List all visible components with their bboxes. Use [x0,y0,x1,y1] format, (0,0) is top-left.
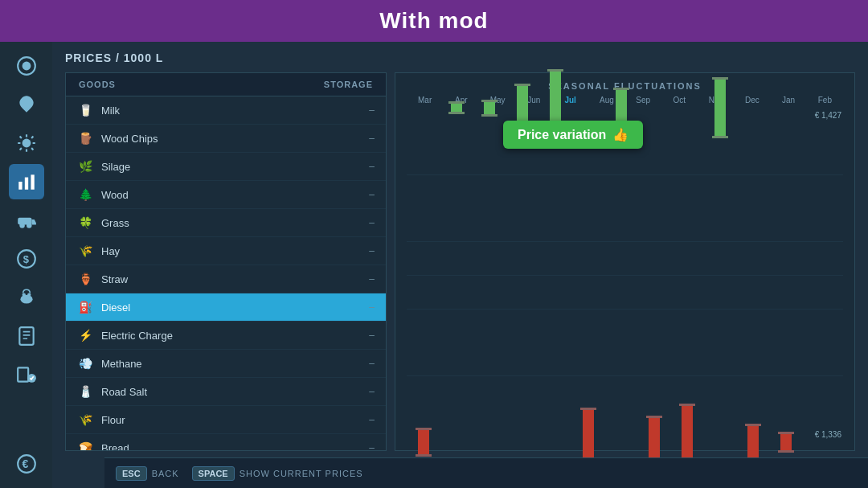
goods-item-diesel[interactable]: ⛽ Diesel – [66,293,386,322]
svg-point-13 [27,293,31,297]
content-row: GOODS STORAGE 🥛 Milk – 🪵 Wood Chips – 🌿 … [65,72,855,451]
bar-col-jan [737,108,770,442]
svg-point-7 [19,223,24,228]
sidebar-icon-target[interactable] [9,48,44,84]
sidebar-icon-stats[interactable] [9,164,44,199]
goods-name-diesel: Diesel [101,301,369,314]
month-label-sep: Sep [628,96,657,105]
bar-col-feb [770,108,803,442]
goods-storage-wood: – [369,189,375,200]
goods-storage-grass: – [369,217,375,228]
bar-col-jun [506,108,538,442]
goods-item-bread[interactable]: 🍞 Bread – [66,434,386,450]
goods-icon-methane: 💨 [77,355,93,371]
bar-col-jul [538,108,571,442]
goods-list: 🥛 Milk – 🪵 Wood Chips – 🌿 Silage – 🌲 Woo… [66,96,386,450]
sidebar-icon-finances[interactable]: $ [9,241,44,277]
price-variation-emoji: 👍 [612,127,628,142]
goods-item-electriccharge[interactable]: ⚡ Electric Charge – [66,322,386,350]
goods-item-straw[interactable]: 🏺 Straw – [66,265,386,293]
esc-hint: ESC BACK [116,466,179,481]
bars-container [407,108,803,442]
goods-item-woodchips[interactable]: 🪵 Wood Chips – [66,125,386,153]
prices-title: PRICES / 1000 L [65,51,855,64]
top-banner: With mod [0,0,868,42]
goods-name-electriccharge: Electric Charge [101,330,369,342]
svg-rect-3 [18,182,22,190]
month-label-dec: Dec [738,96,767,105]
svg-point-11 [20,295,32,304]
sidebar-icon-weather[interactable] [9,125,44,161]
goods-item-methane[interactable]: 💨 Methane – [66,350,386,378]
goods-item-milk[interactable]: 🥛 Milk – [66,96,386,125]
svg-point-8 [27,223,32,228]
bar-col-dec [704,108,737,442]
goods-storage-electriccharge: – [369,330,375,341]
space-key[interactable]: SPACE [192,466,235,481]
goods-name-grass: Grass [101,217,369,229]
goods-storage-flour: – [369,414,375,425]
price-high-label: € 1,427 [815,111,841,120]
bar-body [714,80,726,136]
goods-item-hay[interactable]: 🌾 Hay – [66,237,386,265]
goods-icon-woodchips: 🪵 [77,130,93,146]
goods-name-milk: Milk [101,105,369,117]
price-variation-tooltip: Price variation 👍 [503,121,643,149]
svg-rect-15 [18,367,28,381]
svg-rect-5 [31,174,34,189]
sidebar-icon-vehicles[interactable] [9,203,44,238]
goods-name-bread: Bread [101,442,369,451]
goods-icon-electriccharge: ⚡ [77,327,93,343]
month-label-oct: Oct [665,96,694,105]
sidebar: $ € [0,42,52,488]
bar-cap-top [481,114,497,117]
esc-key[interactable]: ESC [116,466,147,481]
back-label: BACK [152,469,179,478]
goods-item-flour[interactable]: 🌾 Flour – [66,406,386,434]
goods-icon-silage: 🌿 [77,158,93,174]
bar-col-nov [671,108,704,442]
goods-name-woodchips: Wood Chips [101,133,369,145]
goods-storage-milk: – [369,105,375,116]
space-hint: SPACE SHOW CURRENT PRICES [192,466,363,481]
svg-point-2 [22,139,31,148]
chart-panel: SEASONAL FLUCTUATIONS MarAprMayJunJulAug… [395,72,855,451]
goods-icon-milk: 🥛 [77,102,93,118]
goods-storage-bread: – [369,442,375,450]
svg-rect-14 [19,327,33,345]
goods-item-roadsalt[interactable]: 🧂 Road Salt – [66,378,386,406]
goods-storage-straw: – [369,273,375,285]
bar-body [780,434,792,450]
sidebar-icon-contracts[interactable] [9,357,44,392]
goods-name-methane: Methane [101,358,369,370]
sidebar-icon-animals[interactable] [9,280,44,315]
page-title: With mod [379,8,488,34]
goods-panel: GOODS STORAGE 🥛 Milk – 🪵 Wood Chips – 🌿 … [65,72,387,451]
svg-text:$: $ [23,253,29,265]
goods-item-wood[interactable]: 🌲 Wood – [66,181,386,209]
goods-storage-hay: – [369,245,375,256]
goods-header: GOODS STORAGE [66,73,386,96]
sidebar-icon-crops[interactable] [9,87,44,122]
sidebar-icon-guide[interactable] [9,318,44,354]
goods-icon-hay: 🌾 [77,243,93,259]
goods-storage-diesel: – [369,301,375,313]
goods-name-wood: Wood [101,189,369,201]
bar-col-apr [440,108,473,442]
goods-name-straw: Straw [101,273,369,285]
month-label-feb: Feb [810,96,839,105]
bar-col-may [473,108,506,442]
goods-item-grass[interactable]: 🍀 Grass – [66,209,386,237]
goods-col-header: GOODS [79,80,116,89]
svg-text:€: € [22,457,28,470]
main-content: PRICES / 1000 L GOODS STORAGE 🥛 Milk – 🪵… [52,42,868,488]
goods-item-silage[interactable]: 🌿 Silage – [66,153,386,181]
goods-icon-roadsalt: 🧂 [77,383,93,400]
goods-icon-wood: 🌲 [77,187,93,203]
goods-icon-grass: 🍀 [77,215,93,231]
bar-col-mar [407,108,440,442]
bar-body [418,430,429,454]
bar-col-aug [571,108,604,442]
sidebar-icon-euro[interactable]: € [9,446,44,482]
goods-icon-diesel: ⛽ [77,299,93,315]
